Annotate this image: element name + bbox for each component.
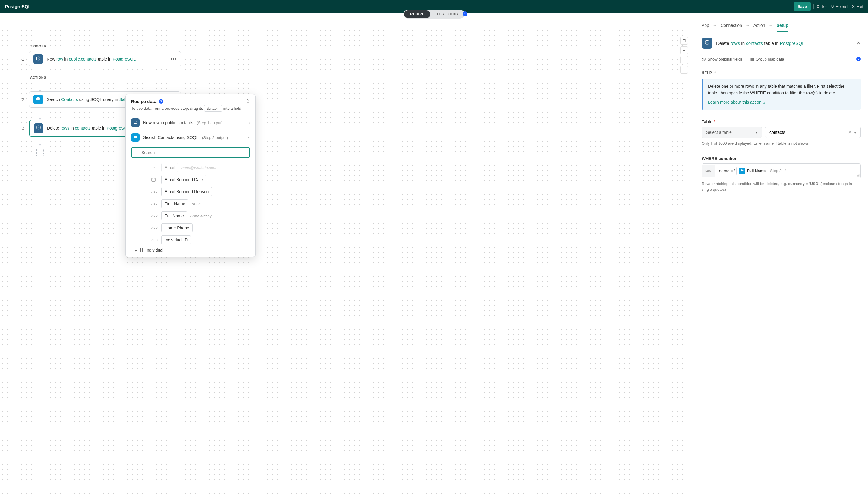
help-label[interactable]: HELP ⌃	[702, 71, 861, 75]
datapill-email-bounced-reason[interactable]: ABC Email Bounced Reason	[144, 186, 250, 198]
table-input[interactable]	[769, 130, 846, 135]
table-label: Table *	[702, 119, 861, 124]
arrow-icon: →	[746, 23, 750, 28]
t: contacts	[746, 41, 763, 46]
header-actions: Save ⚙ Test ↻ Refresh ✕ Exit	[794, 2, 863, 11]
step-2-text: Search Contacts using SOQL query in Sale…	[47, 97, 135, 102]
pill[interactable]: Email Bounced Reason	[161, 187, 212, 196]
where-input[interactable]: ABC name = ' Full Name Step 2 ' ◢	[702, 163, 861, 178]
datapill-full-name[interactable]: Full Name Step 2	[736, 167, 784, 175]
datapill-individual-tree[interactable]: ▶ Individual	[135, 246, 250, 254]
chevron-up-icon: ⌃	[714, 71, 717, 75]
t: rows	[60, 126, 69, 131]
t: table in	[97, 57, 113, 61]
fit-button[interactable]: ⊡	[680, 37, 688, 44]
center-button[interactable]: ⊹	[680, 66, 688, 74]
pill[interactable]: Full Name	[161, 211, 187, 220]
t: Select a table	[706, 130, 732, 135]
zoom-controls: ⊡ + − ⊹	[680, 37, 688, 74]
t: Group map data	[756, 57, 784, 61]
expand-icon[interactable]	[246, 98, 250, 104]
canvas[interactable]: ⊡ + − ⊹ TRIGGER 1 New row in public.cont…	[0, 19, 694, 494]
type-badge: ABC	[151, 226, 158, 229]
t: '	[786, 169, 786, 173]
step-number: 1	[18, 57, 24, 61]
pill[interactable]: First Name	[161, 199, 188, 208]
arrow-icon: →	[769, 23, 773, 28]
t: To use data from a previous step, drag i…	[131, 106, 203, 111]
chevron-down-icon[interactable]: ▾	[854, 130, 856, 135]
datapill-home-phone[interactable]: ABC Home Phone	[144, 222, 250, 234]
t: in	[740, 41, 746, 46]
postgresql-icon	[131, 118, 139, 127]
bc-action[interactable]: Action	[753, 23, 765, 28]
svg-rect-7	[750, 58, 751, 61]
tab-test-jobs[interactable]: TEST JOBS	[430, 10, 464, 18]
exit-button[interactable]: ✕ Exit	[852, 4, 863, 9]
type-badge: ABC	[151, 190, 158, 193]
pill[interactable]: Individual ID	[161, 235, 191, 244]
help-icon[interactable]: ?	[159, 99, 163, 104]
pill[interactable]: Email	[161, 163, 178, 172]
calendar-icon	[151, 177, 158, 182]
chevron-down-icon: ›	[247, 137, 252, 138]
external-link-icon: ⧉	[763, 101, 765, 104]
zoom-out-button[interactable]: −	[680, 56, 688, 64]
bc-app[interactable]: App	[702, 23, 709, 28]
table-field: Table * Select a table ▾ ✕ ▾ Only first …	[694, 115, 868, 151]
t: Search Contacts using SOQL	[143, 135, 198, 140]
test-button[interactable]: ⚙ Test	[816, 4, 829, 9]
caret-icon: ▶	[135, 249, 137, 252]
recipe-data-panel: Recipe data ? To use data from a previou…	[126, 94, 255, 257]
pill[interactable]: Home Phone	[161, 223, 193, 232]
eye-icon	[702, 57, 706, 61]
datapill-first-name[interactable]: ABC First Name Anna	[144, 198, 250, 210]
step-1-text: New row in public.contacts table in Post…	[47, 57, 136, 61]
table-select[interactable]: Select a table ▾	[702, 127, 762, 138]
datapill-example: datapill	[204, 105, 222, 112]
datapill-full-name[interactable]: ABC Full Name Anna Mccoy	[144, 210, 250, 222]
pill[interactable]: Email Bounced Date	[161, 175, 207, 184]
learn-more-link[interactable]: Learn more about this action ⧉	[708, 100, 765, 104]
tab-recipe[interactable]: RECIPE	[404, 10, 431, 18]
postgresql-icon	[34, 123, 43, 133]
bc-connection[interactable]: Connection	[721, 23, 742, 28]
datapill-email-bounced-date[interactable]: Email Bounced Date	[144, 174, 250, 186]
clear-icon[interactable]: ✕	[848, 130, 852, 135]
save-button[interactable]: Save	[794, 2, 811, 11]
close-button[interactable]: ✕	[856, 40, 861, 46]
zoom-in-button[interactable]: +	[680, 46, 688, 54]
help-text: Delete one or more rows in any table tha…	[708, 83, 855, 96]
where-label: WHERE condition	[702, 156, 861, 161]
type-badge: ABC	[151, 202, 158, 205]
step-number: 2	[18, 97, 24, 102]
branch	[144, 240, 148, 240]
source-step1[interactable]: New row in public.contacts (Step 1 outpu…	[126, 115, 255, 130]
mode-tabs: RECIPE TEST JOBS ?	[0, 10, 868, 19]
show-optional-button[interactable]: Show optional fields	[702, 57, 742, 61]
bc-setup[interactable]: Setup	[777, 23, 788, 32]
svg-point-0	[37, 57, 40, 58]
connector	[40, 82, 181, 91]
more-icon[interactable]: •••	[171, 56, 176, 62]
actions-label: ACTIONS	[30, 76, 181, 79]
t: using SOQL query in	[78, 97, 119, 102]
resize-handle[interactable]: ◢	[856, 173, 859, 177]
help-icon[interactable]: ?	[463, 12, 467, 16]
refresh-button[interactable]: ↻ Refresh	[831, 4, 850, 9]
source-step2[interactable]: Search Contacts using SOQL (Step 2 outpu…	[126, 130, 255, 145]
search-input[interactable]	[131, 147, 250, 158]
recipe-data-subtitle: To use data from a previous step, drag i…	[131, 105, 250, 112]
t: in	[63, 57, 69, 61]
postgresql-icon	[702, 38, 713, 49]
branch	[144, 192, 148, 192]
step-card-1[interactable]: New row in public.contacts table in Post…	[29, 51, 181, 67]
group-map-button[interactable]: Group map data	[750, 57, 784, 61]
datapill-individual-id[interactable]: ABC Individual ID	[144, 234, 250, 246]
help-icon[interactable]: ?	[856, 57, 861, 61]
svg-rect-8	[752, 58, 753, 61]
add-step-button[interactable]: +	[36, 149, 44, 156]
panel-options: Show optional fields Group map data ?	[694, 54, 868, 66]
datapill-email[interactable]: ABC Email anna@workato.com	[144, 162, 250, 174]
t: Step 2	[768, 169, 782, 173]
